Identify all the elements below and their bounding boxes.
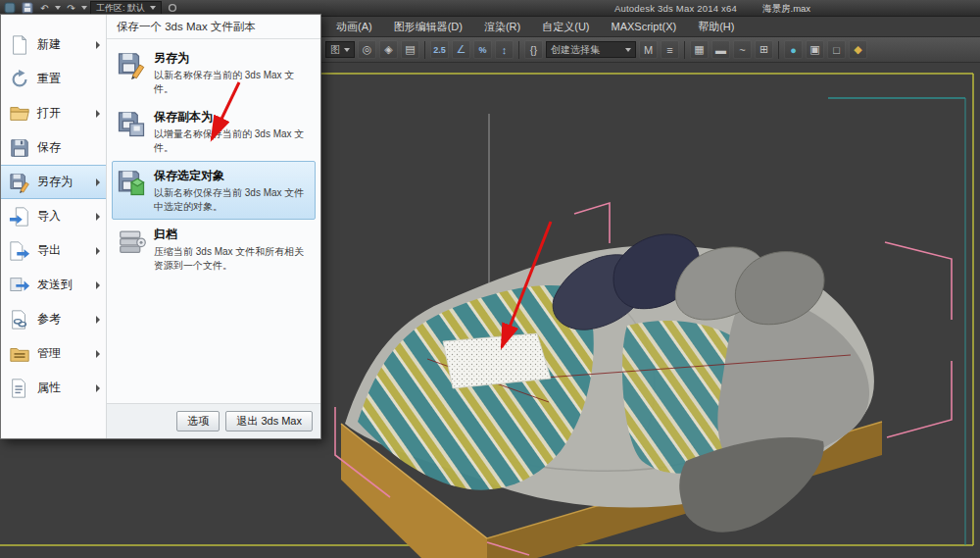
file-menu-label: 保存 (37, 139, 61, 156)
redo-icon[interactable]: ↷ (64, 1, 78, 15)
file-menu-item-send-to[interactable]: 发送到 (1, 268, 106, 302)
submenu-item-title: 保存副本为 (154, 109, 311, 126)
schematic-view-icon[interactable]: ⊞ (755, 40, 773, 59)
render-setup-icon[interactable]: ▣ (806, 40, 824, 59)
submenu-arrow-icon (96, 110, 100, 118)
workspace-dropdown[interactable]: 工作区: 默认 (90, 1, 162, 15)
selected-object-plane[interactable] (443, 333, 551, 388)
quick-access-toolbar: ↶ ↷ 工作区: 默认 (2, 1, 179, 15)
file-menu-item-export[interactable]: 导出 (1, 233, 106, 268)
file-menu-column: 新建 重置 打开 保存 另存为 (1, 15, 107, 438)
menu-graph-editors[interactable]: 图形编辑器(D) (383, 17, 473, 37)
save-icon[interactable] (20, 1, 34, 15)
reference-coordinate-value: 图 (330, 43, 340, 57)
file-menu-label: 另存为 (37, 174, 73, 190)
submenu-item-desc: 以新名称保存当前的 3ds Max 文件。 (154, 69, 311, 95)
snap-toggle-button[interactable]: 2.5 (430, 40, 449, 59)
file-menu-item-save[interactable]: 保存 (1, 130, 106, 165)
bed-model[interactable] (341, 234, 882, 558)
file-menu-label: 打开 (37, 105, 61, 122)
submenu-item-save-selected[interactable]: 保存选定对象 以新名称仅保存当前 3ds Max 文件中选定的对象。 (112, 161, 316, 220)
file-menu-label: 新建 (37, 36, 61, 53)
manage-icon (9, 343, 30, 365)
menu-help[interactable]: 帮助(H) (687, 17, 745, 37)
use-center-icon[interactable]: ◎ (358, 40, 376, 59)
chevron-down-icon (150, 6, 156, 10)
select-manipulate-icon[interactable]: ◈ (379, 40, 398, 59)
submenu-arrow-icon (96, 350, 100, 358)
percent-snap-button[interactable]: % (473, 40, 492, 59)
menu-maxscript[interactable]: MAXScript(X) (601, 17, 688, 37)
submenu-header: 保存一个 3ds Max 文件副本 (107, 15, 320, 39)
exit-button[interactable]: 退出 3ds Max (225, 411, 313, 431)
edit-named-selections-icon[interactable]: {} (524, 40, 543, 59)
render-production-icon[interactable]: ◆ (849, 40, 867, 59)
material-editor-icon[interactable]: ● (784, 40, 803, 59)
file-menu-label: 重置 (37, 71, 61, 87)
angle-snap-icon[interactable]: ∠ (452, 40, 470, 59)
workspace-settings-icon[interactable] (165, 1, 179, 15)
submenu-item-save-as[interactable]: 另存为 以新名称保存当前的 3ds Max 文件。 (112, 43, 316, 102)
mirror-icon[interactable]: M (639, 40, 658, 59)
save-copy-submenu: 保存一个 3ds Max 文件副本 另存为 以新名称保存当前的 3ds Max … (107, 15, 320, 438)
save-as-icon (9, 172, 30, 193)
toolbar-separator (684, 41, 685, 59)
new-file-icon (9, 34, 30, 56)
open-folder-icon (9, 103, 30, 125)
application-menu-footer: 选项 退出 3ds Max (107, 403, 320, 438)
file-menu-label: 参考 (37, 311, 61, 328)
references-icon (9, 309, 30, 330)
file-menu-label: 发送到 (37, 277, 73, 293)
properties-icon (9, 378, 30, 399)
spinner-snap-icon[interactable]: ↕ (495, 40, 514, 59)
submenu-item-save-copy-as[interactable]: 保存副本为 以增量名称保存当前的 3ds Max 文件。 (112, 102, 316, 161)
file-menu-item-properties[interactable]: 属性 (1, 371, 106, 405)
submenu-arrow-icon (96, 178, 100, 186)
named-selection-set-dropdown[interactable]: 创建选择集 (546, 41, 636, 58)
window-title: Autodesk 3ds Max 2014 x64 (614, 3, 737, 14)
submenu-item-title: 保存选定对象 (154, 168, 311, 184)
undo-history-caret-icon[interactable] (55, 6, 61, 10)
menu-rendering[interactable]: 渲染(R) (473, 17, 531, 37)
reference-coordinate-dropdown[interactable]: 图 (325, 41, 355, 58)
curve-editor-icon[interactable]: ~ (733, 40, 752, 59)
rendered-frame-window-icon[interactable]: □ (827, 40, 846, 59)
file-menu-item-open[interactable]: 打开 (1, 96, 106, 130)
document-name: 海景房.max (762, 3, 810, 16)
keyboard-override-icon[interactable]: ▤ (401, 40, 419, 59)
align-icon[interactable]: ≡ (661, 40, 679, 59)
send-to-icon (9, 275, 30, 296)
submenu-arrow-icon (96, 281, 100, 289)
named-selection-set-value: 创建选择集 (551, 43, 600, 57)
layer-manager-icon[interactable]: ▦ (690, 40, 709, 59)
application-menu: 新建 重置 打开 保存 另存为 (0, 14, 321, 439)
toolbar-separator (424, 41, 425, 59)
file-menu-item-manage[interactable]: 管理 (1, 336, 106, 371)
file-menu-label: 属性 (37, 380, 61, 396)
reset-icon (9, 69, 30, 90)
save-copy-icon (117, 109, 146, 138)
archive-icon (117, 227, 146, 256)
menu-customize[interactable]: 自定义(U) (531, 17, 600, 37)
file-menu-item-reset[interactable]: 重置 (1, 62, 106, 96)
submenu-item-title: 归档 (154, 227, 311, 243)
ribbon-toggle-icon[interactable]: ▬ (711, 40, 730, 59)
options-button[interactable]: 选项 (176, 411, 220, 431)
submenu-arrow-icon (96, 384, 100, 392)
undo-icon[interactable]: ↶ (37, 1, 52, 15)
submenu-item-desc: 以新名称仅保存当前 3ds Max 文件中选定的对象。 (154, 186, 311, 213)
file-menu-item-save-as[interactable]: 另存为 (1, 165, 106, 199)
redo-history-caret-icon[interactable] (81, 6, 87, 10)
app-menu-icon[interactable] (2, 1, 17, 15)
submenu-item-desc: 以增量名称保存当前的 3ds Max 文件。 (154, 127, 311, 154)
file-menu-item-new[interactable]: 新建 (1, 27, 106, 62)
submenu-arrow-icon (96, 41, 100, 49)
chevron-down-icon (625, 48, 631, 52)
save-as-icon (117, 50, 146, 79)
menu-animation[interactable]: 动画(A) (325, 17, 383, 37)
file-menu-label: 导出 (37, 242, 61, 259)
file-menu-item-references[interactable]: 参考 (1, 302, 106, 336)
import-icon (9, 206, 30, 228)
submenu-item-archive[interactable]: 归档 压缩当前 3ds Max 文件和所有相关资源到一个文件。 (112, 220, 316, 279)
file-menu-item-import[interactable]: 导入 (1, 199, 106, 233)
